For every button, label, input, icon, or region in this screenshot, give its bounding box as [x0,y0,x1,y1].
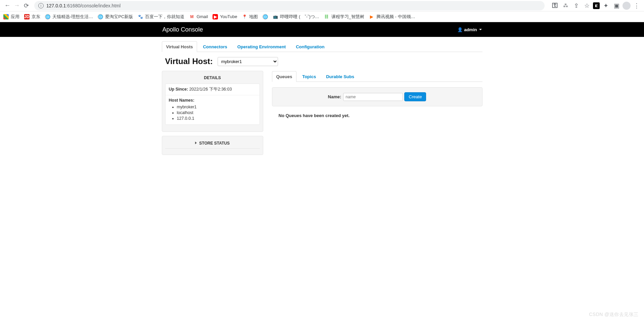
back-button[interactable]: ← [3,1,12,10]
tab-topics[interactable]: Topics [298,71,320,82]
bookmark-tmall[interactable]: 🌐 天猫精选-理想生活… [45,14,93,20]
bookmark-label: 百度一下，你就知道 [145,14,184,20]
side-panel-icon[interactable]: ▣ [612,1,621,10]
translate-icon[interactable]: ⁂ [561,1,570,10]
user-icon: 👤 [457,27,463,32]
bookmark-label: Gmail [196,14,208,19]
url-host: 127.0.0.1 [46,3,66,8]
virtual-host-select[interactable]: mybroker1 [218,57,278,66]
site-info-icon[interactable]: i [38,3,44,8]
up-since-value: 2022/1/26 下午2:36:03 [189,87,232,92]
admin-dropdown[interactable]: 👤 admin [457,27,481,32]
bookmark-gmail[interactable]: M Gmail [189,14,208,19]
extensions-puzzle-icon[interactable]: ✦ [601,1,610,10]
up-since-row: Up Since: 2022/1/26 下午2:36:03 [166,84,260,95]
main-tabs: Virtual Hosts Connectors Operating Envir… [162,41,482,52]
caret-down-icon [479,29,482,30]
globe-icon: 🌐 [45,14,50,19]
youtube-icon: ▶ [213,14,218,19]
store-status-toggle[interactable]: STORE STATUS [165,139,260,149]
bookmark-label: 爱淘宝PC新版 [105,14,133,20]
bookmark-apps[interactable]: 应用 [3,14,19,20]
bookmark-tencent-video[interactable]: ▶ 腾讯视频 - 中国领… [369,14,415,20]
tab-queues[interactable]: Queues [272,71,297,82]
bookmarks-bar: 应用 JD 京东 🌐 天猫精选-理想生活… 🌐 爱淘宝PC新版 🐾 百度一下，你… [0,11,644,22]
share-icon[interactable]: ⇪ [571,1,581,10]
tab-configuration[interactable]: Configuration [291,41,329,52]
bookmark-label: 天猫精选-理想生活… [52,14,93,20]
toolbar-right: ⚿ ⁂ ⇪ ☆ ◧ ✦ ▣ ⋮ [550,1,641,10]
bookmark-aitaobao[interactable]: 🌐 爱淘宝PC新版 [98,14,133,20]
tab-connectors[interactable]: Connectors [198,41,231,52]
tencent-video-icon: ▶ [369,14,374,19]
globe-icon: 🌐 [263,14,268,19]
name-label: Name: [328,94,341,99]
page-container: Virtual Hosts Connectors Operating Envir… [162,37,482,155]
tab-durable-subs[interactable]: Durable Subs [322,71,359,82]
content-columns: DETAILS Up Since: 2022/1/26 下午2:36:03 Ho… [162,71,482,155]
bookmark-label: 哔哩哔哩 ( ˇ-ˇ)つ… [280,14,319,20]
host-names-label: Host Names: [169,98,194,103]
bookmark-label: 京东 [32,14,40,20]
kebab-menu-icon[interactable]: ⋮ [632,1,641,10]
star-icon[interactable]: ☆ [582,1,592,10]
maps-pin-icon: 📍 [242,14,247,19]
virtual-host-heading: Virtual Host: mybroker1 [165,57,482,66]
baidu-icon: 🐾 [138,14,143,19]
bookmark-label: 应用 [11,14,19,20]
sub-tabs: Queues Topics Durable Subs [272,71,482,82]
chevron-right-icon [195,142,197,144]
jd-icon: JD [24,14,30,19]
bookmark-maps[interactable]: 📍 地图 [242,14,258,20]
forward-button[interactable]: → [12,1,21,10]
store-status-label: STORE STATUS [199,141,230,146]
bilibili-icon: 📺 [273,14,278,19]
bookmark-youtube[interactable]: ▶ YouTube [213,14,237,19]
host-names-list: mybroker1 localhost 127.0.0.1 [169,105,256,121]
details-body: Up Since: 2022/1/26 下午2:36:03 Host Names… [165,84,260,125]
bookmark-label: 课程学习_智慧树 [331,14,364,20]
bookmark-label: YouTube [220,14,237,19]
host-name-item: localhost [177,110,256,115]
apps-grid-icon [3,14,9,19]
up-since-label: Up Since: [169,87,188,92]
bookmark-label: 腾讯视频 - 中国领… [376,14,415,20]
host-name-item: mybroker1 [177,105,256,109]
details-panel: DETAILS Up Since: 2022/1/26 下午2:36:03 Ho… [162,71,263,132]
bookmark-bilibili[interactable]: 📺 哔哩哔哩 ( ˇ-ˇ)つ… [273,14,319,20]
bookmark-label: 地图 [249,14,258,20]
profile-avatar-icon[interactable] [623,2,631,10]
host-name-item: 127.0.0.1 [177,116,256,121]
password-key-icon[interactable]: ⚿ [550,1,559,10]
queue-name-input[interactable] [343,93,403,101]
tab-virtual-hosts[interactable]: Virtual Hosts [162,41,197,52]
bookmark-globe[interactable]: 🌐 [263,14,268,19]
main-column: Queues Topics Durable Subs Name: Create … [272,71,482,118]
browser-toolbar: ← → ⟳ i 127.0.0.1:61680/console/index.ht… [0,0,644,11]
globe-icon: 🌐 [98,14,103,19]
admin-username: admin [464,27,477,32]
extension-icon-1[interactable]: ◧ [593,2,600,9]
url-path: :61680/console/index.html [66,3,121,8]
zhihuishu-icon: ☷ [324,14,329,19]
virtual-host-label: Virtual Host: [165,57,213,66]
bookmark-zhihuishu[interactable]: ☷ 课程学习_智慧树 [324,14,364,20]
bookmark-baidu[interactable]: 🐾 百度一下，你就知道 [138,14,184,20]
store-status-panel: STORE STATUS [162,136,263,155]
app-navbar: Apollo Console 👤 admin [0,22,644,37]
tab-operating-environment[interactable]: Operating Environment [233,41,290,52]
host-names-row: Host Names: mybroker1 localhost 127.0.0.… [166,95,260,124]
empty-queues-message: No Queues have been created yet. [279,113,482,118]
reload-button[interactable]: ⟳ [21,1,31,10]
create-queue-form: Name: Create [272,87,482,106]
gmail-icon: M [189,14,194,19]
sidebar: DETAILS Up Since: 2022/1/26 下午2:36:03 Ho… [162,71,263,155]
bookmark-jd[interactable]: JD 京东 [24,14,40,20]
create-button[interactable]: Create [404,92,426,101]
brand-title: Apollo Console [163,26,203,33]
details-heading: DETAILS [165,74,260,84]
address-bar[interactable]: i 127.0.0.1:61680/console/index.html [34,1,545,10]
